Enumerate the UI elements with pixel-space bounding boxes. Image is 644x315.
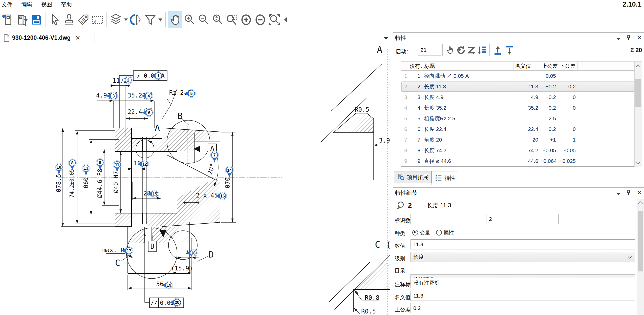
scrollbar-thumb[interactable] — [635, 79, 641, 107]
new-file-button[interactable] — [1, 11, 15, 28]
import-up-icon[interactable] — [493, 45, 503, 55]
mirror-view-button[interactable] — [129, 11, 143, 28]
zoom-dynamic-button[interactable] — [211, 11, 225, 28]
balloon-10[interactable]: 10 — [55, 163, 63, 175]
project-expand-icon — [397, 173, 405, 181]
radio-attribute[interactable] — [436, 230, 442, 235]
scrollbar-thumb[interactable] — [638, 211, 643, 271]
svg-text:10: 10 — [57, 165, 61, 169]
radio-variable[interactable] — [412, 230, 418, 235]
balloon-11[interactable]: 11 — [113, 161, 121, 172]
panel-pin-icon[interactable] — [626, 190, 631, 196]
rotate-icon[interactable] — [456, 45, 466, 55]
drawing-canvas[interactable]: 11.34.9+0.2-035.2+0.2-0Rz 2.522.4+0.2-01… — [0, 44, 390, 315]
filter-dropdown-icon[interactable] — [158, 18, 162, 21]
tab-characteristics[interactable]: 特性 — [432, 171, 458, 185]
id-qty-input-2[interactable]: 2 — [486, 214, 559, 224]
radio-variable-label: 变量 — [420, 230, 430, 235]
table-row[interactable]: 99直径 ⌀ 44.644.6+0.064+0.025 — [401, 156, 642, 166]
balloon-8[interactable]: 8 — [68, 159, 76, 170]
pick-hand-icon[interactable] — [445, 45, 455, 55]
open-file-button[interactable] — [15, 11, 29, 28]
scroll-down-button[interactable] — [635, 159, 642, 167]
svg-text:18: 18 — [191, 251, 196, 255]
upper-tol-input[interactable]: 0.2 — [411, 303, 635, 313]
tab-project-expand[interactable]: 项目拓展 — [394, 171, 432, 183]
tag-button[interactable] — [76, 11, 90, 28]
table-row[interactable]: 66长度 22.422.4+0.20 — [401, 124, 642, 134]
tab-close-icon[interactable]: ✕ — [75, 34, 80, 42]
stamp-button[interactable] — [62, 11, 76, 28]
table-row[interactable]: 22长度 11.311.3+0.2-0.2 — [401, 81, 642, 92]
svg-text:56: 56 — [156, 281, 164, 288]
svg-text:C: C — [115, 258, 120, 268]
increase-button[interactable] — [239, 11, 253, 28]
tab-list-dropdown-icon[interactable] — [384, 37, 388, 40]
main-toolbar: A 1 — [1, 11, 287, 29]
list-order-icon[interactable] — [477, 45, 487, 55]
id-qty-input-1[interactable] — [411, 214, 483, 224]
select-cursor-button[interactable] — [48, 11, 62, 28]
svg-text:3.9: 3.9 — [379, 137, 390, 144]
scroll-up-button[interactable] — [635, 62, 642, 70]
document-tab[interactable]: 930-1200-406-V1.dwg ✕ — [1, 32, 95, 44]
zoom-window-button[interactable] — [225, 11, 239, 28]
panel-close-icon[interactable]: ✕ — [637, 34, 642, 41]
svg-text:4: 4 — [148, 94, 150, 98]
radio-attribute-label: 属性 — [443, 230, 454, 235]
class-dropdown[interactable]: 长度 — [411, 252, 635, 262]
svg-text:11: 11 — [115, 163, 119, 167]
table-row[interactable]: 33长度 4.94.9+0.20 — [401, 92, 642, 103]
scroll-up-button[interactable] — [637, 199, 644, 207]
details-scrollbar[interactable] — [637, 199, 644, 315]
svg-text:7: 7 — [213, 153, 216, 157]
panel-menu-icon[interactable] — [616, 38, 620, 40]
svg-text:13: 13 — [84, 166, 88, 170]
table-row[interactable]: 11径向跳动 ↗ 0.05 A0.05 — [401, 71, 642, 81]
svg-text:19: 19 — [167, 283, 171, 287]
nominal-input[interactable]: 11.3 — [411, 291, 635, 301]
save-button[interactable] — [29, 11, 44, 28]
pan-hand-button[interactable] — [168, 11, 182, 28]
start-input[interactable] — [418, 45, 441, 55]
decrease-button[interactable] — [253, 11, 267, 28]
layers-button[interactable] — [109, 11, 123, 28]
panel-pin-icon[interactable] — [626, 35, 631, 41]
table-row[interactable]: 55粗糙度Rz 2.52.5 — [401, 113, 642, 124]
svg-text:35.2: 35.2 — [127, 92, 142, 99]
z-order-icon[interactable] — [467, 45, 476, 55]
balloon-14[interactable]: 14 — [225, 166, 233, 178]
table-scrollbar[interactable] — [634, 62, 642, 167]
menu-item-2[interactable]: 编辑 — [21, 1, 32, 8]
balloon-13[interactable]: 13 — [82, 164, 90, 176]
document-icon — [4, 34, 10, 42]
svg-text:C (2: C (2 — [375, 239, 390, 250]
zoom-fit-button[interactable] — [267, 11, 282, 28]
svg-text:5: 5 — [190, 91, 193, 96]
zoom-in-button[interactable] — [182, 11, 197, 28]
zoom-out-button[interactable] — [197, 11, 211, 28]
table-row[interactable]: 44长度 35.235.2+0.20 — [401, 103, 642, 113]
table-row[interactable]: 88长度 74.274.2+0.05-0.05 — [401, 145, 642, 156]
balloon-9[interactable]: 9 — [96, 159, 104, 170]
panel-menu-icon[interactable] — [616, 193, 620, 195]
svg-text:R0.5: R0.5 — [361, 308, 376, 315]
table-header: 没有。标题名义值上公差下公差 — [401, 62, 642, 71]
menu-item-4[interactable]: 帮助 — [61, 1, 72, 8]
id-qty-input-3[interactable] — [562, 214, 635, 224]
menu-item-3[interactable]: 视图 — [41, 1, 52, 8]
svg-text:Ø60: Ø60 — [82, 177, 90, 188]
properties-panel-header: 特性 ✕ — [393, 32, 644, 42]
characteristics-table[interactable]: 没有。标题名义值上公差下公差11径向跳动 ↗ 0.05 A0.05 22长度 1… — [401, 62, 642, 167]
toolbar-collapse-icon[interactable] — [284, 17, 287, 22]
value-input[interactable]: 11.3 — [411, 239, 635, 249]
layers-dropdown-icon[interactable] — [124, 18, 128, 21]
filter-button[interactable] — [143, 11, 157, 28]
region-select-button[interactable]: A 1 — [90, 11, 104, 28]
table-row[interactable]: 77角度 2020+1-1 — [401, 134, 642, 145]
menu-item-1[interactable]: 文件 — [2, 1, 13, 8]
balloon-19[interactable]: 19 — [162, 281, 173, 289]
panel-close-icon[interactable]: ✕ — [637, 189, 642, 196]
export-down-icon[interactable] — [505, 45, 514, 55]
note-input[interactable]: 没有注释标 — [411, 278, 635, 288]
